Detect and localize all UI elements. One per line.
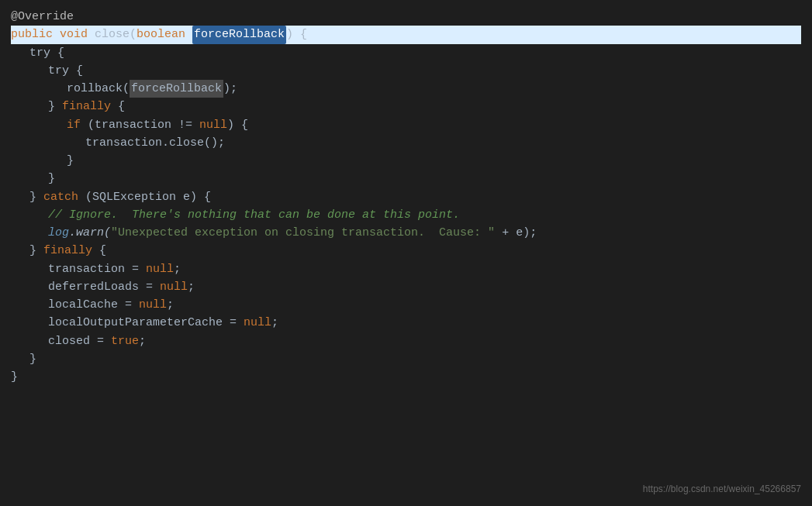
code-line: public void close(boolean forceRollback)… xyxy=(11,26,801,43)
code-line: transaction = null; xyxy=(11,260,801,278)
code-line: @Override xyxy=(11,8,801,26)
code-line: localOutputParameterCache = null; xyxy=(11,314,801,332)
code-line: } finally { xyxy=(11,98,801,115)
code-line: rollback(forceRollback); xyxy=(11,80,801,98)
code-line: } xyxy=(11,350,801,368)
code-line: } finally { xyxy=(11,242,801,260)
code-line: if (transaction != null) { xyxy=(11,116,801,134)
code-editor: @Overridepublic void close(boolean force… xyxy=(0,0,812,506)
watermark: https://blog.csdn.net/weixin_45266857 xyxy=(643,482,801,497)
code-line: deferredLoads = null; xyxy=(11,278,801,296)
code-line: localCache = null; xyxy=(11,296,801,314)
code-line: try { xyxy=(11,62,801,80)
code-line: } xyxy=(11,368,801,386)
code-line: log.warn("Unexpected exception on closin… xyxy=(11,224,801,242)
code-line: transaction.close(); xyxy=(11,134,801,152)
code-line: } catch (SQLException e) { xyxy=(11,188,801,206)
code-line: try { xyxy=(11,44,801,62)
code-line: // Ignore. There's nothing that can be d… xyxy=(11,206,801,224)
code-line: closed = true; xyxy=(11,332,801,350)
code-line: } xyxy=(11,152,801,170)
code-line: } xyxy=(11,170,801,188)
